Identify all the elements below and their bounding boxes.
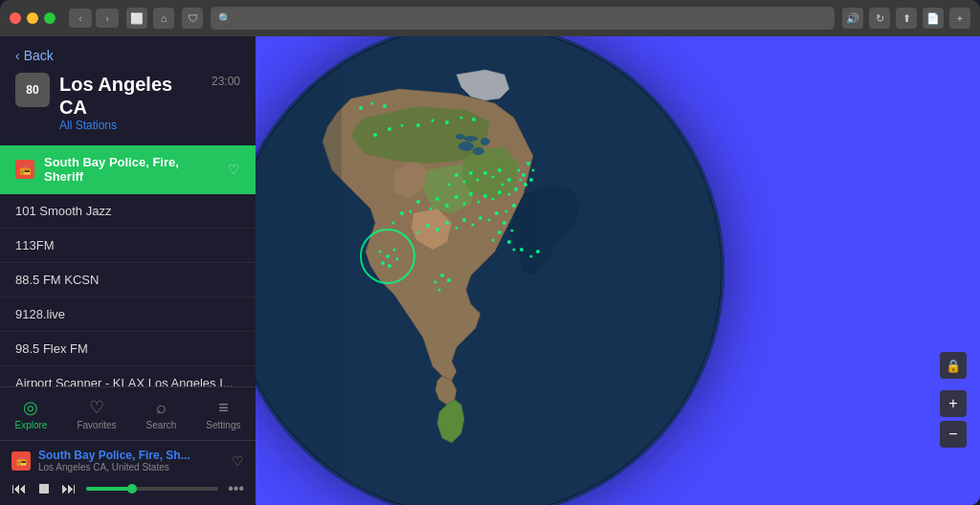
svg-point-15 — [463, 181, 466, 184]
now-playing-subtitle: Los Angeles CA, United States — [38, 462, 224, 472]
svg-point-68 — [502, 221, 506, 225]
svg-point-81 — [532, 169, 535, 172]
nav-buttons: ‹ › — [69, 9, 119, 28]
back-button[interactable]: ‹ Back — [15, 48, 240, 63]
svg-point-44 — [426, 224, 430, 228]
svg-point-27 — [445, 204, 449, 208]
bottom-nav: ◎ Explore ♡ Favorites ⌕ Search ≡ Setting… — [0, 386, 256, 440]
playback-controls: ⏮ ⏹ ⏭ ••• — [11, 480, 244, 497]
map-lock-button[interactable]: 🔒 — [940, 352, 967, 379]
maximize-button[interactable] — [44, 12, 56, 24]
svg-point-21 — [492, 198, 495, 201]
station-item[interactable]: 101 Smooth Jazz — [0, 194, 256, 229]
svg-point-41 — [456, 227, 458, 230]
svg-point-46 — [386, 254, 390, 258]
svg-point-33 — [392, 222, 395, 225]
heart-icon[interactable]: ♡ — [228, 162, 240, 177]
sidebar-toggle-icon[interactable]: ⬜ — [126, 8, 147, 29]
svg-point-31 — [410, 210, 412, 213]
svg-point-63 — [438, 289, 441, 292]
globe-inner — [256, 36, 724, 505]
nav-favorites[interactable]: ♡ Favorites — [69, 393, 123, 434]
station-list: 📻 South Bay Police, Fire, Sheriff ♡ 101 … — [0, 145, 256, 386]
search-nav-icon: ⌕ — [156, 398, 167, 418]
forward-nav-button[interactable]: › — [96, 9, 119, 28]
svg-point-54 — [445, 121, 449, 124]
map-area[interactable]: 🔒 + − — [256, 36, 980, 505]
svg-point-50 — [379, 251, 382, 253]
svg-point-64 — [522, 173, 525, 177]
volume-icon[interactable]: 🔊 — [842, 8, 863, 29]
svg-point-12 — [483, 171, 487, 175]
station-item[interactable]: 9128.live — [0, 297, 256, 332]
svg-point-72 — [520, 248, 523, 252]
progress-fill — [86, 487, 132, 491]
svg-point-67 — [520, 179, 523, 182]
location-title: Los Angeles CA — [59, 73, 202, 119]
nav-explore[interactable]: ◎ Explore — [8, 393, 56, 434]
traffic-lights — [10, 12, 56, 24]
svg-point-29 — [430, 208, 433, 210]
favorites-icon: ♡ — [89, 397, 104, 418]
station-name: Airport Scanner - KLAX Los Angeles I... — [15, 376, 240, 386]
explore-label: Explore — [15, 420, 48, 430]
svg-point-42 — [445, 221, 449, 225]
svg-point-36 — [495, 211, 499, 215]
svg-point-59 — [373, 133, 377, 137]
settings-label: Settings — [206, 420, 240, 430]
svg-point-70 — [498, 231, 501, 234]
svg-point-2 — [458, 142, 474, 151]
svg-point-20 — [498, 190, 501, 194]
home-icon[interactable]: ⌂ — [153, 8, 174, 29]
minimize-button[interactable] — [27, 12, 38, 24]
search-label: Search — [146, 420, 177, 430]
station-item[interactable]: 📻 South Bay Police, Fire, Sheriff ♡ — [0, 145, 256, 194]
now-playing-icon: 📻 — [11, 451, 31, 471]
favorites-label: Favorites — [77, 420, 116, 430]
address-bar[interactable]: 🔍 — [211, 7, 835, 30]
refresh-icon[interactable]: ↻ — [869, 8, 890, 29]
rewind-button[interactable]: ⏮ — [11, 480, 27, 497]
svg-point-4 — [480, 138, 490, 145]
globe — [256, 36, 724, 505]
svg-point-11 — [501, 184, 504, 187]
svg-point-8 — [498, 168, 501, 172]
svg-point-62 — [447, 278, 451, 282]
back-nav-button[interactable]: ‹ — [69, 9, 92, 28]
close-button[interactable] — [10, 12, 21, 24]
svg-point-56 — [472, 118, 476, 121]
station-name: 88.5 FM KCSN — [15, 273, 240, 287]
fast-forward-button[interactable]: ⏭ — [61, 480, 77, 497]
nav-search[interactable]: ⌕ Search — [139, 394, 185, 434]
all-stations-label: All Stations — [59, 119, 202, 132]
svg-point-52 — [416, 123, 420, 127]
share-icon[interactable]: ⬆ — [896, 8, 917, 29]
zoom-in-button[interactable]: + — [940, 390, 967, 417]
station-item[interactable]: 88.5 FM KCSN — [0, 263, 256, 297]
svg-point-58 — [401, 124, 404, 127]
station-item[interactable]: Airport Scanner - KLAX Los Angeles I... — [0, 366, 256, 386]
shield-icon[interactable]: 🛡 — [182, 8, 203, 29]
now-playing-heart-icon[interactable]: ♡ — [232, 453, 244, 469]
back-label: Back — [24, 48, 54, 63]
svg-point-6 — [456, 134, 465, 140]
station-item[interactable]: 113FM — [0, 229, 256, 263]
progress-bar[interactable] — [86, 487, 218, 491]
stop-button[interactable]: ⏹ — [36, 480, 52, 497]
svg-point-9 — [492, 176, 495, 179]
reader-icon[interactable]: 📄 — [923, 8, 944, 29]
svg-point-43 — [435, 228, 439, 231]
now-playing-top: 📻 South Bay Police, Fire, Sh... Los Ange… — [11, 449, 244, 472]
svg-point-80 — [526, 162, 530, 165]
add-tab-icon[interactable]: + — [949, 8, 970, 29]
more-options-button[interactable]: ••• — [228, 480, 244, 497]
location-time: 23:00 — [212, 75, 240, 88]
svg-point-17 — [448, 184, 451, 187]
globe-container — [256, 36, 980, 505]
now-playing-info: South Bay Police, Fire, Sh... Los Angele… — [38, 449, 224, 472]
station-item[interactable]: 98.5 Flex FM — [0, 332, 256, 366]
svg-point-69 — [511, 230, 514, 232]
zoom-out-button[interactable]: − — [940, 421, 967, 448]
chevron-left-icon: ‹ — [15, 48, 20, 63]
nav-settings[interactable]: ≡ Settings — [198, 394, 248, 434]
